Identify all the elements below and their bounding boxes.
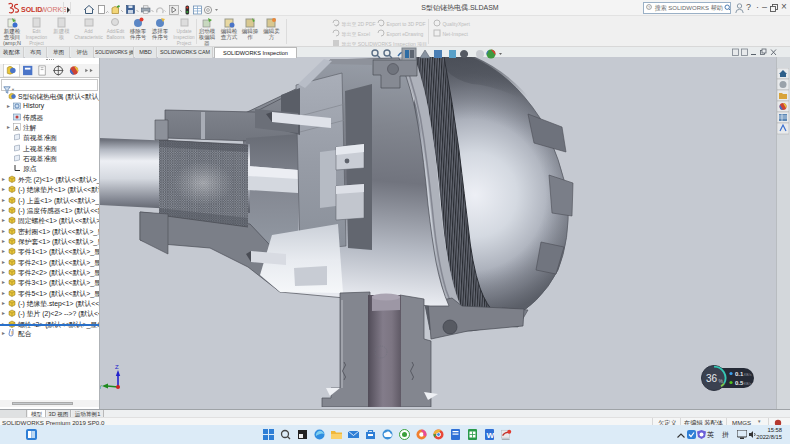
svg-text:A: A <box>15 125 19 131</box>
svg-text:Z: Z <box>115 364 119 370</box>
svg-text:0.1: 0.1 <box>735 371 744 377</box>
svg-text:KB/s: KB/s <box>744 382 752 386</box>
svg-text:%: % <box>719 378 724 384</box>
svg-text:0.5: 0.5 <box>735 380 744 386</box>
svg-text:KB/s: KB/s <box>744 373 752 377</box>
svg-text:W: W <box>487 431 495 440</box>
svg-text:36: 36 <box>706 373 718 384</box>
svg-text:SOLID: SOLID <box>21 6 42 13</box>
